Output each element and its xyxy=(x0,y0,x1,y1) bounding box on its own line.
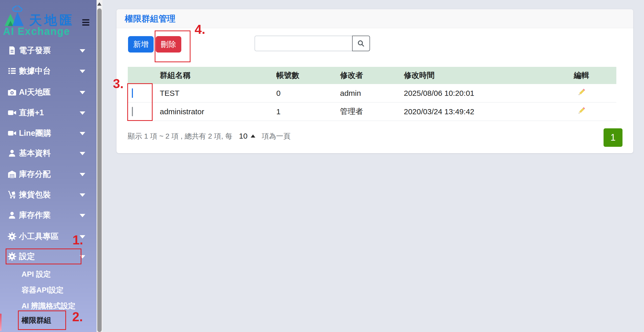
sidebar: 天地匯 AI Exchange 電子發票 數據中台 AI天地匯 xyxy=(0,0,97,332)
gear-icon xyxy=(7,232,17,241)
chevron-down-icon xyxy=(80,132,85,135)
cell-modified-time: 2025/08/06 10:20:01 xyxy=(404,89,547,98)
edit-pencil-icon[interactable] xyxy=(577,106,586,115)
edit-pencil-icon[interactable] xyxy=(577,88,586,97)
row-checkbox[interactable] xyxy=(132,107,133,116)
chevron-down-icon xyxy=(80,214,85,217)
sidebar-item-stock-operations[interactable]: 庫存作業 xyxy=(0,207,97,223)
user-icon xyxy=(7,210,17,220)
sidebar-item-pick-pack[interactable]: 揀貨包裝 xyxy=(0,186,97,203)
scroll-up-arrow-icon[interactable] xyxy=(97,2,101,6)
chevron-up-icon xyxy=(251,134,255,138)
col-header-count: 帳號數 xyxy=(276,70,340,81)
warehouse-icon xyxy=(7,169,17,179)
file-invoice-icon xyxy=(7,46,17,55)
delete-button[interactable]: 刪除 xyxy=(156,36,181,53)
pagination-info-suffix: 項為一頁 xyxy=(262,132,290,140)
sidebar-item-settings[interactable]: 設定 xyxy=(0,248,97,265)
sidebar-item-label: 電子發票 xyxy=(19,45,51,56)
sidebar-item-label: 庫存分配 xyxy=(19,169,51,180)
video-icon xyxy=(7,108,17,118)
sidebar-item-label: Line團購 xyxy=(19,128,51,139)
sidebar-item-stock-allocation[interactable]: 庫存分配 xyxy=(0,166,97,182)
cell-group-name: TEST xyxy=(160,89,276,98)
sidebar-item-live-plus1[interactable]: 直播+1 xyxy=(0,105,97,121)
row-checkbox[interactable] xyxy=(132,88,133,98)
pagination-info: 顯示 1 項 ~ 2 項 , 總共有 2 項, 每 10 項為一頁 xyxy=(128,128,290,144)
sidebar-item-label: 基本資料 xyxy=(19,148,51,159)
sidebar-item-label: 小工具專區 xyxy=(19,231,59,242)
permission-groups-table: 群組名稱 帳號數 修改者 修改時間 編輯 TEST 0 admin 2025/0… xyxy=(128,67,616,121)
cell-group-name: administrator xyxy=(160,107,276,116)
sidebar-item-label: 庫存作業 xyxy=(19,210,51,221)
chevron-down-icon xyxy=(80,235,85,238)
brand-logo-icon xyxy=(4,6,24,27)
col-header-modifier: 修改者 xyxy=(340,70,404,81)
list-icon xyxy=(7,66,17,76)
sidebar-item-basic-info[interactable]: 基本資料 xyxy=(0,145,97,161)
chevron-down-icon xyxy=(80,111,85,115)
cell-modifier: 管理者 xyxy=(340,106,404,117)
sidebar-item-label: 揀貨包裝 xyxy=(19,189,51,200)
col-header-name: 群組名稱 xyxy=(160,70,276,81)
permission-group-card: 權限群組管理 新增 刪除 群組名稱 帳號數 修改者 修改時間 編輯 xyxy=(117,9,633,153)
active-item-indicator xyxy=(0,314,2,331)
search-icon xyxy=(357,39,365,48)
brand-subtitle: AI Exchange xyxy=(3,26,70,37)
sidebar-item-data-center[interactable]: 數據中台 xyxy=(0,63,97,79)
per-page-value: 10 xyxy=(239,128,247,144)
search-area xyxy=(255,36,370,51)
add-button[interactable]: 新增 xyxy=(128,36,154,53)
sidebar-item-label: 直播+1 xyxy=(19,107,44,118)
sidebar-subitem-container-api-settings[interactable]: 容器API設定 xyxy=(0,282,97,298)
sidebar-item-ai-exchange[interactable]: AI天地匯 xyxy=(0,84,97,100)
pagination-info-prefix: 顯示 1 項 ~ 2 項 , 總共有 2 項, 每 xyxy=(128,132,232,140)
page-number-button[interactable]: 1 xyxy=(604,128,622,147)
col-header-time: 修改時間 xyxy=(404,70,547,81)
chevron-down-icon xyxy=(80,152,85,155)
sidebar-item-label: 設定 xyxy=(19,251,35,262)
chevron-down-icon xyxy=(80,193,85,197)
app-root: 天地匯 AI Exchange 電子發票 數據中台 AI天地匯 xyxy=(0,0,644,332)
hamburger-menu-icon[interactable] xyxy=(82,19,89,26)
user-icon xyxy=(7,148,17,158)
col-header-edit: 編輯 xyxy=(547,70,616,81)
table-row: administrator 1 管理者 2020/03/24 13:49:42 xyxy=(128,102,616,121)
chevron-down-icon xyxy=(80,91,85,94)
page-title: 權限群組管理 xyxy=(125,9,175,28)
gear-icon xyxy=(7,252,17,261)
sidebar-item-label: 數據中台 xyxy=(19,66,51,76)
per-page-select[interactable]: 10 xyxy=(239,128,255,144)
search-input[interactable] xyxy=(255,36,352,51)
main-content: 權限群組管理 新增 刪除 群組名稱 帳號數 修改者 修改時間 編輯 xyxy=(102,0,644,332)
sidebar-item-e-invoice[interactable]: 電子發票 xyxy=(0,42,97,59)
sidebar-subitem-ai-format-settings[interactable]: AI 辨識格式設定 xyxy=(0,298,97,314)
sidebar-subitem-permission-groups[interactable]: 權限群組 xyxy=(0,313,97,328)
cell-account-count: 0 xyxy=(276,89,340,98)
chevron-down-icon xyxy=(80,49,85,53)
table-row: TEST 0 admin 2025/08/06 10:20:01 xyxy=(128,84,616,102)
sidebar-item-line-groupbuy[interactable]: Line團購 xyxy=(0,125,97,141)
cell-account-count: 1 xyxy=(276,107,340,116)
dolly-icon xyxy=(7,190,17,200)
search-button[interactable] xyxy=(352,36,370,51)
video-icon xyxy=(7,128,17,138)
sidebar-item-label: AI天地匯 xyxy=(19,87,51,98)
cell-modifier: admin xyxy=(340,89,404,98)
cell-modified-time: 2020/03/24 13:49:42 xyxy=(404,107,547,116)
card-header: 權限群組管理 xyxy=(117,9,633,28)
chevron-down-icon xyxy=(80,255,85,258)
sidebar-subitem-api-settings[interactable]: API 設定 xyxy=(0,266,97,282)
chevron-down-icon xyxy=(80,173,85,176)
camera-icon xyxy=(7,87,17,97)
sidebar-item-tools[interactable]: 小工具專區 xyxy=(0,228,97,245)
table-header-row: 群組名稱 帳號數 修改者 修改時間 編輯 xyxy=(128,67,616,84)
chevron-down-icon xyxy=(80,70,85,73)
scrollbar-thumb[interactable] xyxy=(97,8,102,332)
sidebar-scrollbar[interactable] xyxy=(97,0,102,332)
